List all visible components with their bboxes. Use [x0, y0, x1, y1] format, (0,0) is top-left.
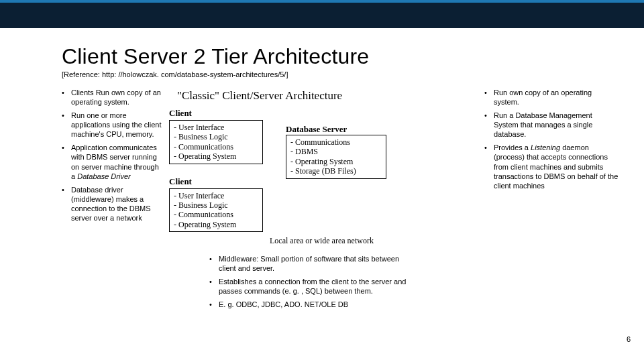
client-line-2-3: - Communications	[174, 210, 258, 219]
columns: Clients Run own copy of an operating sys…	[62, 88, 619, 314]
page-number: 6	[627, 335, 631, 343]
client-box-2-wrap: Client - User Interface - Business Logic…	[169, 176, 263, 233]
slide-title: Client Server 2 Tier Architecture	[62, 44, 619, 69]
left-bullet-3-italic: Database Driver	[77, 172, 130, 180]
server-line-1: - Communications	[290, 137, 382, 147]
client-label-2: Client	[169, 176, 263, 187]
client-line-2-4: - Operating System	[174, 220, 258, 229]
right-bullet-1: Run own copy of an operating system.	[484, 88, 619, 107]
server-label: Database Server	[286, 124, 386, 135]
client-line-1-1: - User Interface	[174, 123, 258, 132]
diagram-title: "Classic" Client/Server Architecture	[177, 89, 424, 103]
client-box-1: - User Interface - Business Logic - Comm…	[169, 120, 263, 164]
left-bullet-1: Clients Run own copy of an operating sys…	[62, 88, 162, 107]
right-bullet-3-pre: Provides a	[494, 143, 531, 152]
slide: Client Server 2 Tier Architecture [Refer…	[0, 0, 644, 362]
mid-bullet-2: Establishes a connection from the client…	[209, 277, 411, 296]
client-line-2-1: - User Interface	[174, 191, 258, 200]
left-bullet-4: Database driver (middleware) makes a con…	[62, 185, 162, 223]
server-line-4: - Storage (DB Files)	[290, 166, 382, 176]
right-column: Run own copy of an operating system. Run…	[484, 88, 619, 194]
right-bullet-2: Run a Database Management System that ma…	[484, 111, 619, 139]
mid-bullet-3: E. g. ODBC, JDBC, ADO. NET/OLE DB	[209, 300, 411, 309]
client-line-1-4: - Operating System	[174, 152, 258, 161]
mid-bullet-1: Middleware: Small portion of software th…	[209, 254, 411, 273]
client-line-1-3: - Communications	[174, 142, 258, 152]
client-stack: Client - User Interface - Business Logic…	[169, 108, 263, 232]
left-column: Clients Run own copy of an operating sys…	[62, 88, 162, 227]
right-bullet-3-em: Listening	[531, 143, 560, 152]
client-label-1: Client	[169, 108, 263, 119]
reference-line: [Reference: http: //holowczak. com/datab…	[62, 70, 619, 78]
diagram-row: Client - User Interface - Business Logic…	[169, 108, 424, 232]
right-bullet-list: Run own copy of an operating system. Run…	[484, 88, 619, 190]
server-line-3: - Operating System	[290, 157, 382, 166]
left-bullet-list: Clients Run own copy of an operating sys…	[62, 88, 162, 223]
header-band	[0, 0, 644, 28]
server-box: - Communications - DBMS - Operating Syst…	[286, 135, 386, 179]
content-area: Client Server 2 Tier Architecture [Refer…	[0, 28, 644, 314]
client-box-1-wrap: Client - User Interface - Business Logic…	[169, 108, 263, 164]
middle-column: "Classic" Client/Server Architecture Cli…	[169, 88, 424, 314]
client-line-2-2: - Business Logic	[174, 200, 258, 210]
middle-bullet-list: Middleware: Small portion of software th…	[169, 254, 411, 309]
diagram-footer: Local area or wide area network	[270, 236, 424, 246]
diagram: "Classic" Client/Server Architecture Cli…	[169, 89, 424, 246]
server-line-2: - DBMS	[290, 147, 382, 156]
left-bullet-2: Run one or more applications using the c…	[62, 111, 162, 139]
right-bullet-3: Provides a Listening daemon (process) th…	[484, 143, 619, 190]
client-line-1-2: - Business Logic	[174, 132, 258, 141]
client-box-2: - User Interface - Business Logic - Comm…	[169, 188, 263, 233]
server-wrap: Database Server - Communications - DBMS …	[286, 124, 386, 179]
left-bullet-3: Application communicates with DBMS serve…	[62, 143, 162, 180]
